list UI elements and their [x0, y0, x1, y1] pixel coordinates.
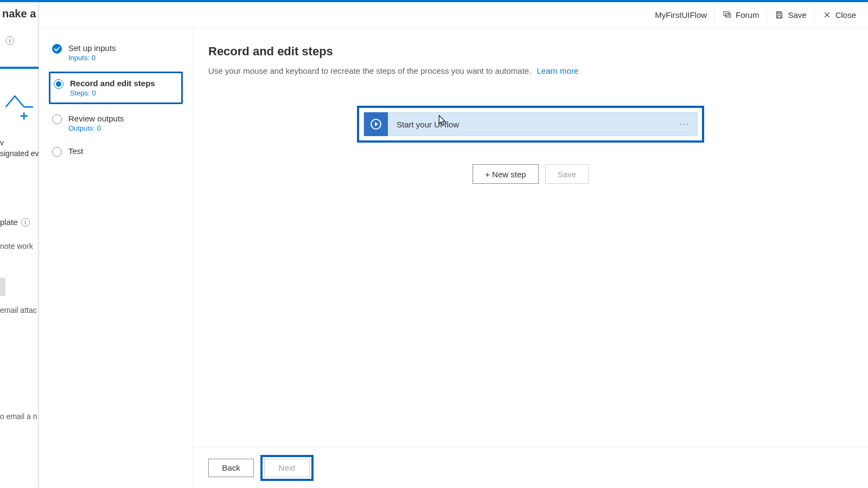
- wizard-footer: Back Next: [193, 447, 868, 488]
- bg-tile-fragment: [0, 278, 5, 296]
- bg-text-fragment: o email a n: [0, 412, 39, 421]
- save-icon: [775, 10, 784, 20]
- svg-marker-10: [375, 122, 378, 126]
- new-step-button[interactable]: + New step: [473, 164, 538, 184]
- step-status-pending-icon: [52, 114, 62, 124]
- bg-text-fragment: note work: [0, 242, 39, 251]
- wizard-step-record-and-edit[interactable]: Record and edit steps Steps: 0: [49, 72, 183, 104]
- background-page: nake a fl i v signated even plate i note…: [0, 2, 39, 488]
- bg-title-fragment: nake a fl: [0, 2, 39, 20]
- info-icon: i: [5, 36, 14, 45]
- step-status-done-icon: [52, 44, 62, 54]
- page-heading: Record and edit steps: [208, 44, 853, 59]
- svg-rect-5: [778, 12, 781, 14]
- step-status-pending-icon: [52, 147, 62, 157]
- record-icon: [364, 112, 388, 136]
- inline-save-button[interactable]: Save: [545, 164, 589, 184]
- bg-progress-bar: [0, 67, 39, 69]
- panel-header: MyFirstUIFlow Forum Save Close: [39, 2, 868, 28]
- main-content: Record and edit steps Use your mouse and…: [193, 28, 868, 488]
- bg-text-fragment: email attac: [0, 306, 39, 314]
- step-subtitle: Outputs: 0: [68, 124, 124, 132]
- bg-text-fragment: v: [0, 138, 39, 147]
- close-icon: [822, 10, 832, 20]
- next-button[interactable]: Next: [264, 459, 310, 477]
- bg-template-fragment: plate i: [0, 217, 39, 227]
- flow-name-label: MyFirstUIFlow: [647, 10, 714, 20]
- info-icon: i: [21, 218, 30, 227]
- step-title: Set up inputs: [68, 43, 116, 53]
- bg-text-fragment: signated even: [0, 149, 39, 158]
- chat-icon: [723, 10, 732, 20]
- step-subtitle: Steps: 0: [70, 89, 155, 97]
- close-button[interactable]: Close: [814, 2, 864, 28]
- step-title: Review outputs: [68, 114, 124, 123]
- back-button[interactable]: Back: [208, 459, 254, 477]
- step-subtitle: Inputs: 0: [68, 54, 116, 62]
- trigger-diagram-icon: [2, 85, 39, 124]
- step-status-active-icon: [54, 79, 63, 89]
- highlight-frame: Start your UI flow ···: [357, 106, 704, 143]
- step-title: Record and edit steps: [70, 79, 155, 88]
- start-ui-flow-card[interactable]: Start your UI flow ···: [363, 112, 698, 136]
- wizard-step-test[interactable]: Test: [49, 142, 183, 161]
- ui-flow-panel: MyFirstUIFlow Forum Save Close Set up in…: [39, 2, 868, 488]
- card-title: Start your UI flow: [388, 120, 672, 129]
- step-title: Test: [68, 146, 84, 156]
- page-description: Use your mouse and keyboard to recreate …: [208, 66, 853, 75]
- highlight-frame: Next: [260, 455, 314, 481]
- save-button[interactable]: Save: [767, 2, 814, 28]
- wizard-step-set-up-inputs[interactable]: Set up inputs Inputs: 0: [49, 39, 183, 66]
- wizard-steps-nav: Set up inputs Inputs: 0 Record and edit …: [39, 28, 193, 488]
- panel-body: Set up inputs Inputs: 0 Record and edit …: [39, 28, 868, 488]
- svg-rect-6: [778, 15, 781, 18]
- learn-more-link[interactable]: Learn more: [537, 66, 579, 75]
- wizard-step-review-outputs[interactable]: Review outputs Outputs: 0: [49, 110, 183, 137]
- forum-button[interactable]: Forum: [714, 2, 767, 28]
- card-more-menu[interactable]: ···: [672, 119, 697, 129]
